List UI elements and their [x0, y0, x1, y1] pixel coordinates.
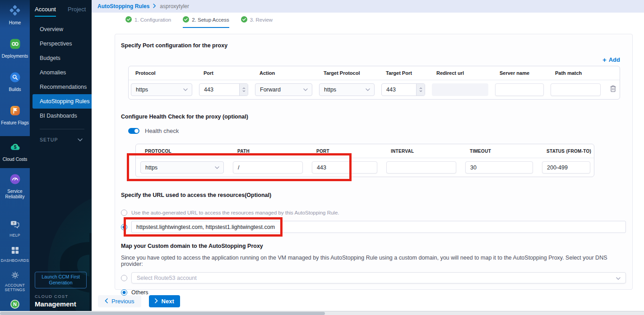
custom-domain-description: Since you have opted to access the appli…: [121, 255, 626, 267]
dashboards-icon: [11, 247, 19, 256]
check-circle-icon: [241, 16, 247, 23]
rail-item-service-reliability[interactable]: Service Reliability: [0, 173, 30, 200]
breadcrumb: AutoStopping Rules asproxytyler: [92, 0, 644, 13]
port-table-row: https Forward https: [129, 80, 620, 99]
rail-item-dashboards[interactable]: DASHBOARDS: [0, 247, 30, 263]
health-table-header: PROTOCOL PATH PORT INTERVAL TIMEOUT STAT…: [136, 144, 594, 158]
previous-button[interactable]: Previous: [98, 295, 141, 307]
rail-label: Deployments: [2, 54, 28, 59]
col-server-name: Server name: [493, 70, 548, 76]
sidebar-item-anomalies[interactable]: Anomalies: [30, 65, 92, 80]
product-name: Management: [35, 300, 92, 308]
help-icon: ?: [10, 220, 20, 231]
col-port: Port: [197, 70, 253, 76]
sidebar-item-budgets[interactable]: Budgets: [30, 51, 92, 65]
tab-project[interactable]: Project: [68, 6, 86, 17]
rail-item-cloud-costs[interactable]: $ Cloud Costs: [0, 136, 30, 168]
rail-item-home[interactable]: Home: [0, 5, 30, 26]
redirect-url-input: [432, 83, 488, 96]
path-match-input[interactable]: [551, 83, 601, 96]
hc-timeout-input[interactable]: [465, 161, 533, 173]
port-value-input[interactable]: [199, 84, 239, 96]
next-label: Next: [162, 298, 174, 305]
sidebar-item-recommendations[interactable]: Recommendations: [30, 80, 92, 94]
setup-section-toggle[interactable]: SETUP: [40, 137, 83, 142]
scope-tabs: Account Project: [30, 0, 92, 17]
rail-label: DASHBOARDS: [1, 258, 29, 263]
scrollbar-thumb[interactable]: [0, 312, 325, 315]
target-port-number-input[interactable]: [381, 83, 425, 96]
hc-protocol-select[interactable]: https: [140, 161, 224, 173]
check-circle-icon: [183, 16, 189, 23]
step-label: 2. Setup Access: [192, 17, 229, 23]
health-table-row: https: [136, 158, 594, 177]
col-target-protocol: Target Protocol: [317, 70, 379, 76]
health-check-toggle-row: Health check: [128, 128, 626, 134]
add-port-row-button[interactable]: + Add: [128, 56, 620, 64]
builds-icon: [9, 72, 21, 85]
others-option-row: Others: [121, 289, 626, 296]
service-reliability-icon: [9, 173, 21, 187]
health-check-table: PROTOCOL PATH PORT INTERVAL TIMEOUT STAT…: [135, 144, 594, 177]
chevron-down-icon: [616, 275, 621, 281]
custom-url-input[interactable]: [131, 221, 626, 233]
col-protocol: PROTOCOL: [136, 149, 228, 154]
others-radio[interactable]: [121, 289, 127, 296]
rail-item-builds[interactable]: Builds: [0, 72, 30, 93]
number-stepper[interactable]: [239, 84, 248, 96]
col-target-port: Target Port: [379, 70, 430, 76]
protocol-select[interactable]: https: [131, 83, 192, 96]
main-content: AutoStopping Rules asproxytyler 1. Confi…: [92, 0, 644, 315]
col-redirect-url: Redirect url: [430, 70, 493, 76]
chevron-left-icon: [105, 298, 108, 305]
col-path-match: Path match: [548, 70, 605, 76]
step-configuration[interactable]: 1. Configuration: [125, 13, 171, 28]
hc-protocol-value: https: [145, 164, 158, 171]
route53-select[interactable]: Select Route53 account: [131, 272, 626, 283]
port-number-input[interactable]: [199, 83, 248, 96]
route53-radio[interactable]: [121, 275, 127, 281]
subnav-divider: [40, 129, 84, 129]
sidebar-item-overview[interactable]: Overview: [30, 22, 92, 37]
setup-label: SETUP: [40, 137, 58, 142]
rail-item-deployments[interactable]: Deployments: [0, 38, 30, 59]
sidebar-item-perspectives[interactable]: Perspectives: [30, 37, 92, 51]
server-name-input[interactable]: [495, 83, 544, 96]
auto-url-radio[interactable]: [121, 210, 127, 216]
delete-row-button[interactable]: [605, 85, 621, 94]
target-port-value-input[interactable]: [382, 84, 416, 96]
chevron-down-icon: [78, 137, 83, 142]
horizontal-scrollbar[interactable]: [0, 311, 644, 315]
user-avatar[interactable]: N: [10, 300, 19, 309]
rail-label: Feature Flags: [1, 120, 29, 126]
hc-interval-input[interactable]: [386, 161, 456, 173]
protocol-value: https: [136, 87, 148, 93]
rail-item-feature-flags[interactable]: Feature Flags: [0, 105, 30, 126]
launch-ccm-first-gen-button[interactable]: Launch CCM First Generation: [35, 272, 87, 288]
col-interval: INTERVAL: [382, 149, 461, 154]
wizard-footer: Previous Next: [98, 295, 644, 307]
sidebar-item-bi-dashboards[interactable]: BI Dashboards: [30, 109, 92, 123]
target-protocol-select[interactable]: https: [319, 83, 375, 96]
step-review[interactable]: 3. Review: [241, 13, 273, 28]
tab-account[interactable]: Account: [35, 6, 56, 17]
app-root: Home Deployments Builds Feature Flags $ …: [0, 0, 644, 315]
hc-port-input[interactable]: [312, 161, 377, 173]
number-stepper[interactable]: [416, 84, 425, 96]
step-setup-access[interactable]: 2. Setup Access: [183, 13, 229, 28]
hc-path-input[interactable]: [233, 161, 303, 173]
module-rail: Home Deployments Builds Feature Flags $ …: [0, 0, 30, 315]
hc-status-input[interactable]: [542, 161, 590, 173]
rail-item-account-settings[interactable]: ACCOUNT SETTINGS: [0, 271, 30, 292]
custom-url-option-row: [121, 221, 626, 233]
health-check-toggle-label: Health check: [145, 128, 179, 134]
deployments-icon: [9, 38, 21, 51]
previous-label: Previous: [111, 298, 134, 305]
custom-url-radio[interactable]: [121, 224, 127, 230]
sidebar-item-autostopping-rules[interactable]: AutoStopping Rules: [32, 94, 92, 109]
breadcrumb-parent-link[interactable]: AutoStopping Rules: [97, 3, 149, 9]
rail-item-help[interactable]: ? HELP: [0, 220, 30, 238]
health-check-toggle[interactable]: [128, 128, 139, 134]
action-select[interactable]: Forward: [255, 83, 312, 96]
next-button[interactable]: Next: [149, 295, 180, 307]
